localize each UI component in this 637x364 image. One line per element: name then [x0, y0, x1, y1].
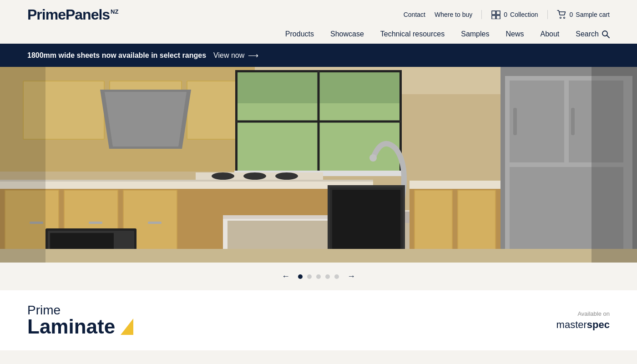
slider-dot-4[interactable] — [325, 274, 330, 279]
svg-point-5 — [563, 17, 565, 19]
masterspec-logo: masterspec — [556, 319, 610, 331]
search-button[interactable]: Search — [576, 30, 610, 38]
svg-rect-76 — [0, 249, 637, 263]
nav-technical-resources[interactable]: Technical resources — [380, 30, 445, 38]
nav-about[interactable]: About — [540, 30, 559, 38]
sample-cart-count: 0 — [570, 11, 573, 18]
nav-samples[interactable]: Samples — [461, 30, 489, 38]
sample-cart-label: Sample cart — [576, 11, 610, 18]
svg-point-52 — [212, 172, 234, 180]
header-top-right: Contact Where to buy 0 Collection — [404, 10, 610, 19]
available-on-text: Available on — [577, 310, 610, 317]
svg-rect-68 — [415, 191, 452, 257]
svg-rect-43 — [89, 222, 102, 224]
slider-prev[interactable]: ← — [278, 270, 293, 283]
slider-controls: ← → — [0, 263, 637, 290]
svg-rect-0 — [492, 11, 495, 15]
logo[interactable]: PrimePanels NZ — [27, 7, 118, 22]
divider — [481, 10, 482, 19]
nav-news[interactable]: News — [506, 30, 524, 38]
svg-rect-3 — [496, 15, 500, 19]
svg-rect-33 — [513, 108, 517, 135]
svg-rect-46 — [0, 180, 373, 182]
svg-rect-1 — [496, 11, 500, 15]
announcement-link-text: View now — [213, 51, 244, 60]
cart-icon — [557, 10, 567, 19]
svg-marker-18 — [105, 92, 187, 147]
svg-point-4 — [560, 17, 561, 19]
search-label: Search — [576, 30, 599, 38]
collection-icon — [491, 10, 501, 19]
svg-rect-30 — [510, 81, 564, 162]
svg-rect-78 — [592, 67, 637, 263]
svg-point-6 — [602, 31, 607, 36]
announcement-banner: 1800mm wide sheets now available in sele… — [0, 44, 637, 67]
svg-line-7 — [607, 35, 609, 38]
svg-rect-77 — [0, 67, 46, 263]
svg-rect-45 — [0, 181, 373, 189]
announcement-link[interactable]: View now ⟶ — [213, 51, 258, 60]
where-to-buy-link[interactable]: Where to buy — [435, 11, 472, 18]
announcement-text: 1800mm wide sheets now available in sele… — [27, 51, 206, 60]
nav-showcase[interactable]: Showcase — [330, 30, 364, 38]
slider-dot-2[interactable] — [307, 274, 312, 279]
header: PrimePanels NZ Contact Where to buy 0 — [0, 0, 637, 44]
slider-dot-3[interactable] — [316, 274, 321, 279]
hero-kitchen — [0, 67, 637, 263]
slider-dot-5[interactable] — [334, 274, 339, 279]
header-top: PrimePanels NZ Contact Where to buy 0 — [27, 0, 610, 25]
svg-rect-70 — [458, 191, 495, 257]
logo-nz: NZ — [111, 8, 118, 15]
announcement-arrow: ⟶ — [248, 51, 258, 60]
svg-point-54 — [275, 172, 298, 180]
contact-link[interactable]: Contact — [404, 11, 425, 18]
kitchen-image — [0, 67, 637, 263]
divider2 — [547, 10, 548, 19]
collection-button[interactable]: 0 Collection — [491, 10, 538, 19]
svg-rect-74 — [332, 190, 400, 253]
product-name: Prime Laminate — [27, 304, 115, 337]
prime-label: Prime — [27, 304, 115, 317]
collection-label: Collection — [510, 11, 538, 18]
bottom-section: Prime Laminate Available on masterspec — [0, 290, 637, 350]
sample-cart-button[interactable]: 0 Sample cart — [557, 10, 610, 19]
nav-products[interactable]: Products — [285, 30, 314, 38]
hero-section — [0, 67, 637, 263]
masterspec-text-normal: master — [556, 319, 587, 330]
slider-dot-1[interactable] — [298, 274, 303, 279]
svg-rect-71 — [410, 181, 500, 189]
svg-rect-2 — [492, 15, 495, 19]
slider-next[interactable]: → — [344, 270, 359, 283]
search-icon — [602, 30, 610, 38]
svg-rect-44 — [148, 222, 162, 224]
masterspec-block: Available on masterspec — [556, 310, 610, 331]
svg-point-53 — [243, 172, 266, 180]
triangle-icon — [121, 318, 133, 335]
svg-rect-34 — [571, 108, 575, 135]
collection-count: 0 — [504, 11, 507, 18]
laminate-label: Laminate — [27, 317, 115, 337]
main-nav: Products Showcase Technical resources Sa… — [27, 25, 610, 44]
prime-laminate-block: Prime Laminate — [27, 304, 133, 337]
logo-text: PrimePanels — [27, 7, 110, 22]
svg-point-60 — [369, 154, 377, 162]
masterspec-text-bold: spec — [587, 319, 610, 330]
